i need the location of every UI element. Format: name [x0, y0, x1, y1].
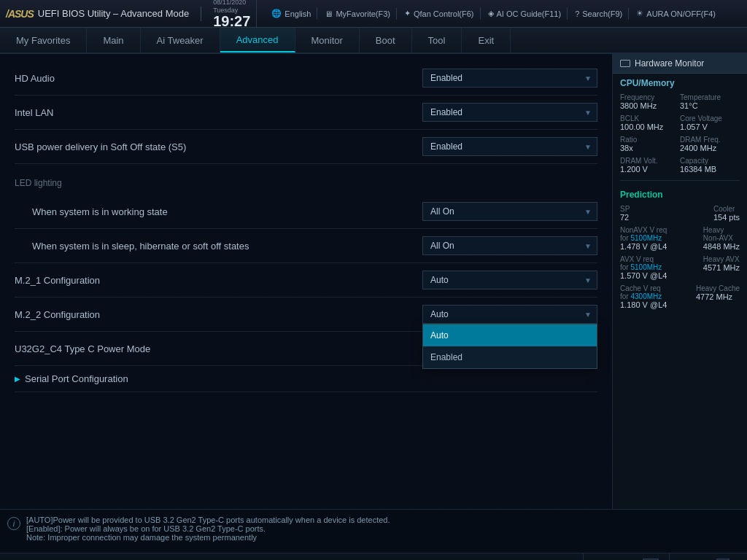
led-lighting-group: LED lighting — [15, 164, 597, 195]
usb-power-select[interactable]: Enabled Disabled — [422, 137, 597, 156]
pred-cache-heavy: Heavy Cache 4772 MHz — [696, 284, 740, 309]
led-working-select[interactable]: All On All Off Stealth Mode — [422, 202, 597, 221]
header-myfav-label: MyFavorite(F3) — [336, 9, 390, 18]
led-sleep-select[interactable]: All On All Off Stealth Mode — [422, 236, 597, 255]
header-aura-label: AURA ON/OFF(F4) — [646, 9, 716, 18]
intel-lan-select-wrapper: Enabled Disabled ▼ — [422, 103, 597, 122]
logo-area: /ASUS UEFI BIOS Utility – Advanced Mode — [6, 8, 189, 20]
pred-avx-heavy: Heavy AVX 4571 MHz — [703, 255, 740, 280]
led-working-select-wrapper: All On All Off Stealth Mode ▼ — [422, 202, 597, 221]
footer-last-modified[interactable]: Last Modified — [515, 553, 584, 560]
tab-exit[interactable]: Exit — [462, 28, 511, 52]
setting-led-working: When system is in working state All On A… — [15, 195, 597, 229]
pred-nonavx-row: NonAVX V req for 5100MHz 1.478 V @L4 Hea… — [613, 224, 747, 253]
hw-cell-dramvolt: DRAM Volt. 1.200 V — [620, 155, 680, 176]
pred-cache: Cache V req for 4300MHz 1.180 V @L4 — [620, 284, 667, 309]
search-icon: ? — [575, 9, 579, 18]
heart-icon: 🖥 — [325, 9, 333, 18]
info-box: i [AUTO]Power will be provided to USB 3.… — [0, 509, 747, 553]
prediction-title: Prediction — [613, 185, 747, 203]
pred-sp-row: SP 72 Cooler 154 pts — [613, 203, 747, 224]
pred-sp: SP 72 — [620, 205, 630, 222]
serial-port-label: Serial Port Configuration — [25, 373, 128, 384]
header-search[interactable]: ? Search(F9) — [569, 8, 629, 20]
hw-cell-bclk: BCLK 100.00 MHz — [620, 112, 680, 133]
expand-arrow-icon: ▶ — [15, 375, 20, 383]
pred-nonavx: NonAVX V req for 5100MHz 1.478 V @L4 — [620, 226, 667, 251]
cache-freq: 4300MHz — [630, 292, 662, 300]
tab-boot[interactable]: Boot — [360, 28, 412, 52]
globe-icon: 🌐 — [271, 9, 282, 18]
bios-title: UEFI BIOS Utility – Advanced Mode — [38, 8, 189, 19]
setting-intel-lan: Intel LAN Enabled Disabled ▼ — [15, 96, 597, 130]
date-label: 08/11/2020 — [213, 0, 250, 7]
nonavx-freq: 5100MHz — [630, 234, 662, 242]
hw-cell-dramfreq: DRAM Freq. 2400 MHz — [680, 133, 740, 155]
m2-2-option-enabled[interactable]: Enabled — [423, 346, 597, 368]
m2-2-dropdown: Auto Enabled — [422, 324, 597, 369]
cpu-memory-grid: Frequency 3800 MHz Temperature 31°C BCLK… — [613, 91, 747, 176]
led-sleep-select-wrapper: All On All Off Stealth Mode ▼ — [422, 236, 597, 255]
info-line-1: [AUTO]Power will be provided to USB 3.2 … — [26, 516, 735, 524]
time-display: 19:27 — [213, 14, 250, 28]
setting-m2-1: M.2_1 Configuration Auto Enabled ▼ — [15, 263, 597, 298]
header-english[interactable]: 🌐 English — [266, 7, 317, 20]
info-line-3: Note: Improper connection may damage the… — [26, 533, 735, 542]
usb-power-label: USB power delivery in Soft Off state (S5… — [15, 141, 186, 152]
main-layout: HD Audio Enabled Disabled ▼ Intel LAN En… — [0, 54, 747, 509]
header-search-label: Search(F9) — [582, 9, 622, 18]
setting-usb-power: USB power delivery in Soft Off state (S5… — [15, 130, 597, 164]
hw-cell-capacity: Capacity 16384 MB — [680, 155, 740, 176]
hw-cell-corevolt: Core Voltage 1.057 V — [680, 112, 740, 133]
aura-icon: ☀ — [636, 9, 643, 18]
intel-lan-select[interactable]: Enabled Disabled — [422, 103, 597, 122]
tab-ai-tweaker[interactable]: Ai Tweaker — [141, 28, 220, 52]
header-qfan[interactable]: ✦ Qfan Control(F6) — [398, 7, 481, 20]
tab-my-favorites[interactable]: My Favorites — [0, 28, 87, 52]
tab-monitor[interactable]: Monitor — [295, 28, 360, 52]
header-aura[interactable]: ☀ AURA ON/OFF(F4) — [630, 7, 721, 20]
fan-icon: ✦ — [404, 9, 411, 18]
hd-audio-label: HD Audio — [15, 73, 55, 84]
tab-main[interactable]: Main — [87, 28, 140, 52]
header-myfav[interactable]: 🖥 MyFavorite(F3) — [319, 8, 397, 20]
pred-cache-row: Cache V req for 4300MHz 1.180 V @L4 Heav… — [613, 282, 747, 311]
tab-advanced[interactable]: Advanced — [220, 28, 295, 52]
info-icon: i — [7, 517, 20, 530]
content-area: HD Audio Enabled Disabled ▼ Intel LAN En… — [0, 54, 612, 509]
hw-monitor-title: Hardware Monitor — [613, 54, 747, 74]
asus-logo: /ASUS — [6, 8, 34, 20]
header-bar: /ASUS UEFI BIOS Utility – Advanced Mode … — [0, 0, 747, 28]
m2-1-select-wrapper: Auto Enabled ▼ — [422, 271, 597, 289]
hw-cell-ratio: Ratio 38x — [620, 133, 680, 155]
info-line-2: [Enabled]: Power will always be on for U… — [26, 524, 735, 533]
hd-audio-select[interactable]: Enabled Disabled — [422, 69, 597, 88]
monitor-icon — [620, 60, 630, 67]
header-aioc[interactable]: ◈ AI OC Guide(F11) — [482, 7, 568, 20]
hw-cell-temp: Temperature 31°C — [680, 91, 740, 112]
ai-icon: ◈ — [488, 9, 494, 18]
pred-avx: AVX V req for 5100MHz 1.570 V @L4 — [620, 255, 667, 280]
u32g2-label: U32G2_C4 Type C Power Mode — [15, 343, 150, 354]
header-sep1 — [201, 7, 201, 21]
setting-m2-2: M.2_2 Configuration Auto ▼ Auto Enabled — [15, 298, 597, 332]
footer-ezmode[interactable]: EzMode(F7) → — [584, 553, 670, 560]
footer-hotkeys[interactable]: Hot Keys ? — [670, 553, 740, 560]
hw-divider — [620, 180, 740, 181]
pred-cooler: Cooler 154 pts — [713, 205, 740, 222]
tab-tool[interactable]: Tool — [412, 28, 462, 52]
led-lighting-label: LED lighting — [15, 174, 62, 190]
cpu-memory-title: CPU/Memory — [613, 74, 747, 91]
pred-avx-row: AVX V req for 5100MHz 1.570 V @L4 Heavy … — [613, 253, 747, 282]
m2-2-select-wrapper: Auto ▼ Auto Enabled — [422, 305, 597, 324]
intel-lan-label: Intel LAN — [15, 107, 53, 118]
m2-1-select[interactable]: Auto Enabled — [422, 271, 597, 289]
header-english-label: English — [285, 9, 311, 18]
hd-audio-select-wrapper: Enabled Disabled ▼ — [422, 69, 597, 88]
m2-2-label: M.2_2 Configuration — [15, 309, 100, 320]
pred-nonavx-heavy: Heavy Non-AVX 4848 MHz — [703, 226, 740, 251]
header-qfan-label: Qfan Control(F6) — [414, 9, 474, 18]
serial-port-row[interactable]: ▶ Serial Port Configuration — [15, 366, 597, 392]
m2-2-select-display[interactable]: Auto — [422, 305, 597, 324]
m2-2-option-auto[interactable]: Auto — [423, 324, 597, 346]
